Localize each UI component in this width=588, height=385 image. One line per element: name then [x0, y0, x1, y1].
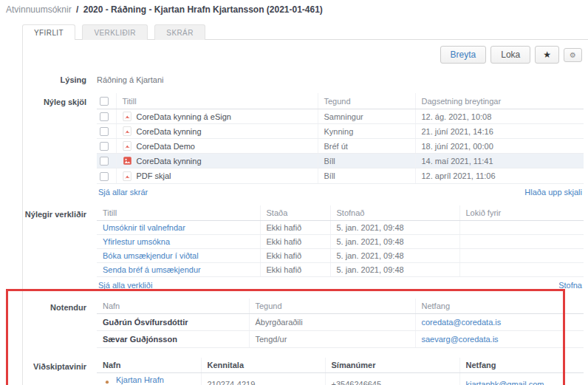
document-type: Bréf út: [318, 139, 415, 154]
see-all-tasks-link[interactable]: Sjá alla verkliði: [98, 281, 152, 290]
person-icon: [103, 380, 112, 385]
document-row-selected: CoreData kynning Bíll 14. maí 2021, 11:4…: [97, 154, 584, 168]
pdf-file-icon: [123, 171, 132, 181]
tasks-header-created: Stofnað: [330, 205, 459, 221]
clients-section: Viðskiptavinir Nafn Kennitala Símanúmer …: [23, 358, 588, 385]
pdf-file-icon: [123, 141, 132, 151]
user-email-link[interactable]: saevarg@coredata.is: [422, 335, 499, 344]
clients-header-phone: Símanúmer: [325, 358, 459, 373]
user-type: Ábyrgðaraðili: [249, 313, 415, 330]
task-title-link[interactable]: Bóka umsækjendur í viðtal: [103, 251, 199, 260]
page-title: 2020 - Ráðning - Kjartan Hrafn Kjartanss…: [83, 4, 323, 15]
documents-label: Nýleg skjöl: [23, 93, 97, 197]
tab-bar: YFIRLIT VERKLIÐIR SKRÁR: [22, 24, 588, 39]
user-type: Tengd/ur: [249, 330, 415, 347]
client-row: Kjartan Hrafn Kjartansson 210274-4219 +3…: [97, 372, 584, 385]
document-title: CoreData kynning: [137, 157, 202, 166]
clients-header-email: Netfang: [459, 358, 584, 373]
tasks-header-status: Staða: [260, 205, 330, 221]
task-created: 5. jan. 2021, 09:48: [330, 262, 459, 276]
tab-skrar[interactable]: SKRÁR: [154, 24, 205, 40]
task-due: [459, 234, 584, 248]
document-date: 21. júní 2021, 14:16: [415, 124, 584, 139]
documents-select-all-checkbox[interactable]: [100, 97, 109, 106]
toolbar: Breyta Loka ★ ⚙: [23, 46, 582, 64]
document-checkbox[interactable]: [100, 157, 109, 166]
task-row: Senda bréf á umsækjendur Ekki hafið 5. j…: [97, 262, 584, 276]
star-icon: ★: [543, 50, 551, 60]
documents-header-type: Tegund: [318, 93, 415, 109]
documents-table: Titill Tegund Dagsetning breytingar Core…: [97, 93, 584, 184]
user-name: Guðrún Ósvífursdóttir: [97, 313, 249, 330]
document-checkbox[interactable]: [100, 172, 109, 181]
task-status: Ekki hafið: [260, 220, 330, 234]
task-created: 5. jan. 2021, 09:48: [330, 248, 459, 262]
pdf-file-icon: [123, 112, 132, 121]
description-label: Lýsing: [23, 71, 97, 84]
clients-table: Nafn Kennitala Símanúmer Netfang Kjartan…: [97, 358, 584, 385]
documents-section: Nýleg skjöl Titill Tegund Dagsetning bre…: [23, 93, 588, 197]
client-name-link[interactable]: Kjartan Hrafn Kjartansson: [116, 375, 195, 385]
task-title-link[interactable]: Yfirlestur umsókna: [103, 237, 170, 246]
user-name: Sævar Guðjónsson: [97, 330, 249, 347]
document-row: PDF skjal Bíll 12. apríl 2021, 11:06: [97, 168, 584, 183]
upload-file-link[interactable]: Hlaða upp skjali: [524, 188, 582, 197]
create-task-link[interactable]: Stofna: [558, 281, 582, 290]
tab-yfirlit[interactable]: YFIRLIT: [22, 24, 75, 40]
document-row: CoreData kynning Kynning 21. júní 2021, …: [97, 124, 584, 139]
clients-header-name: Nafn: [97, 358, 201, 373]
documents-header-title: Titill: [116, 93, 318, 109]
task-row: Yfirlestur umsókna Ekki hafið 5. jan. 20…: [97, 234, 584, 248]
document-date: 12. apríl 2021, 11:06: [415, 168, 584, 183]
breadcrumb-root-link[interactable]: Atvinnuumsóknir: [6, 4, 72, 15]
client-email-link[interactable]: kjartanhk@gmail.com: [466, 380, 544, 385]
task-row: Bóka umsækjendur í viðtal Ekki hafið 5. …: [97, 248, 584, 262]
users-header-type: Tegund: [249, 299, 415, 314]
document-date: 18. júní 2021, 00:00: [415, 139, 584, 154]
document-type: Samningur: [318, 109, 415, 124]
task-title-link[interactable]: Umsóknir til valnefndar: [103, 223, 185, 232]
tasks-header-title: Titill: [97, 205, 260, 221]
document-checkbox[interactable]: [100, 112, 109, 121]
document-type: Bíll: [318, 154, 415, 168]
document-checkbox[interactable]: [100, 142, 109, 151]
tasks-header-due: Lokið fyrir: [459, 205, 584, 221]
user-email-link[interactable]: coredata@coredata.is: [422, 318, 502, 327]
task-due: [459, 262, 584, 276]
gear-icon: ⚙: [570, 51, 576, 59]
settings-gear-button[interactable]: ⚙: [564, 48, 582, 62]
clients-header-ssn: Kennitala: [201, 358, 325, 373]
task-created: 5. jan. 2021, 09:48: [330, 220, 459, 234]
favorite-star-button[interactable]: ★: [535, 46, 559, 64]
users-table: Nafn Tegund Netfang Guðrún Ósvífursdótti…: [97, 299, 584, 348]
task-created: 5. jan. 2021, 09:48: [330, 234, 459, 248]
main-panel: Breyta Loka ★ ⚙ Lýsing Ráðning á Kjartan…: [22, 39, 588, 385]
task-title-link[interactable]: Senda bréf á umsækjendur: [103, 265, 201, 274]
users-label: Notendur: [23, 299, 97, 348]
edit-button[interactable]: Breyta: [440, 46, 487, 64]
annotated-zone: Notendur Nafn Tegund Netfang Guðrún Ósví…: [23, 299, 588, 385]
client-phone: +3546246645: [325, 372, 459, 385]
see-all-files-link[interactable]: Sjá allar skrár: [98, 188, 148, 197]
document-checkbox[interactable]: [100, 127, 109, 136]
document-row: CoreData kynning á eSign Samningur 12. á…: [97, 109, 584, 124]
document-title: CoreData kynning á eSign: [137, 112, 231, 121]
close-button[interactable]: Loka: [490, 46, 530, 64]
tab-verklidir[interactable]: VERKLIÐIR: [82, 24, 147, 40]
document-date: 14. maí 2021, 11:41: [415, 154, 584, 168]
document-row: CoreData Demo Bréf út 18. júní 2021, 00:…: [97, 139, 584, 154]
documents-header-date: Dagsetning breytingar: [415, 93, 584, 109]
client-ssn: 210274-4219: [201, 372, 325, 385]
tasks-section: Nýlegir verkliðir Titill Staða Stofnað L…: [23, 205, 588, 290]
user-row: Guðrún Ósvífursdóttir Ábyrgðaraðili core…: [97, 313, 584, 330]
document-type: Bíll: [318, 168, 415, 183]
task-status: Ekki hafið: [260, 248, 330, 262]
description-value: Ráðning á Kjartani: [97, 71, 584, 84]
task-due: [459, 248, 584, 262]
users-header-email: Netfang: [415, 299, 584, 314]
task-status: Ekki hafið: [260, 262, 330, 276]
image-file-icon: [123, 156, 132, 166]
document-type: Kynning: [318, 124, 415, 139]
document-title: PDF skjal: [137, 171, 171, 180]
tasks-label: Nýlegir verkliðir: [23, 205, 97, 290]
